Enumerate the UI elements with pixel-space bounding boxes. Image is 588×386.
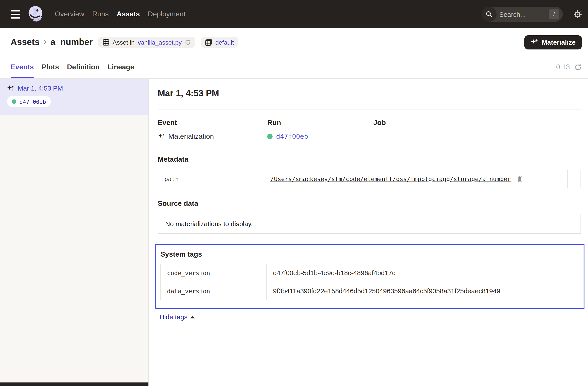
system-tags-heading: System tags: [160, 250, 579, 258]
hide-tags-link[interactable]: Hide tags: [155, 313, 195, 321]
metadata-heading: Metadata: [158, 155, 581, 163]
event-detail-panel: Mar 1, 4:53 PM Event Materialization: [149, 79, 588, 386]
sidebar-bottom-bar: [0, 383, 148, 386]
tab-definition[interactable]: Definition: [67, 56, 100, 78]
asset-file-link[interactable]: vanilla_asset.py: [138, 39, 182, 46]
metadata-action-cell: [567, 170, 581, 188]
divider: [158, 110, 581, 110]
asset-badge-prefix: Asset in: [113, 39, 135, 46]
primary-nav: Overview Runs Assets Deployment: [55, 10, 186, 18]
sidebar-event-item[interactable]: Mar 1, 4:53 PM d47f00eb: [0, 79, 148, 115]
page-header: Assets › a_number Asset in vanilla_asset…: [0, 28, 588, 56]
materialize-button[interactable]: Materialize: [525, 35, 582, 49]
run-id-link[interactable]: d47f00eb: [276, 132, 308, 141]
nav-item-overview[interactable]: Overview: [55, 10, 84, 18]
tag-value: 9f3b411a390fd22e158d446d5d12504963596aa6…: [267, 282, 579, 300]
refresh-status: 0:13: [556, 56, 582, 78]
grid-table-icon: [103, 39, 109, 46]
metadata-path-link[interactable]: /Users/smackesey/stm/code/elementl/oss/t…: [270, 175, 511, 183]
breadcrumb-assets-link[interactable]: Assets: [11, 37, 40, 47]
metadata-section: Metadata path /Users/smackesey/stm/code/…: [158, 155, 581, 188]
metadata-key: path: [158, 170, 264, 188]
run-id-label: d47f00eb: [20, 98, 46, 105]
table-row: data_version 9f3b411a390fd22e158d446d5d1…: [161, 282, 579, 300]
asset-group-icon: [205, 39, 212, 46]
breadcrumb: Assets › a_number: [11, 37, 93, 47]
hide-tags-label: Hide tags: [160, 313, 188, 321]
search-shortcut-key: /: [549, 9, 559, 20]
system-tags-table: code_version d47f00eb-5d1b-4e9e-b18c-489…: [160, 264, 579, 300]
source-data-empty-message: No materializations to display.: [158, 214, 581, 234]
metadata-table: path /Users/smackesey/stm/code/elementl/…: [158, 170, 581, 188]
gear-icon[interactable]: [573, 10, 582, 18]
materialize-button-label: Materialize: [542, 39, 576, 46]
search-box[interactable]: /: [482, 7, 563, 22]
event-detail-title: Mar 1, 4:53 PM: [158, 88, 581, 99]
tag-value: d47f00eb-5d1b-4e9e-b18c-4896af4bd17c: [267, 264, 579, 282]
event-timestamp: Mar 1, 4:53 PM: [18, 84, 63, 92]
tabs-bar: Events Plots Definition Lineage 0:13: [0, 56, 588, 79]
run-status-dot: [12, 99, 16, 104]
job-value: —: [373, 132, 380, 141]
job-column-label: Job: [373, 119, 386, 127]
run-status-dot: [267, 134, 273, 139]
caret-up-icon: [191, 316, 195, 318]
refresh-icon[interactable]: [574, 63, 582, 71]
table-row: path /Users/smackesey/stm/code/elementl/…: [158, 170, 581, 188]
sparkles-icon: [531, 39, 538, 46]
tag-key: code_version: [161, 264, 267, 282]
source-data-section: Source data No materializations to displ…: [158, 200, 581, 234]
nav-item-runs[interactable]: Runs: [92, 10, 109, 18]
tab-events[interactable]: Events: [11, 56, 34, 78]
hamburger-menu-icon[interactable]: [11, 10, 20, 18]
source-data-heading: Source data: [158, 200, 581, 208]
refresh-countdown: 0:13: [556, 63, 570, 71]
materialization-sparkles-icon: [158, 133, 165, 140]
nav-item-assets[interactable]: Assets: [117, 10, 140, 18]
event-summary-columns: Event Materialization Run d47f0: [158, 119, 581, 141]
table-row: code_version d47f00eb-5d1b-4e9e-b18c-489…: [161, 264, 579, 282]
system-tags-section: System tags code_version d47f00eb-5d1b-4…: [155, 244, 585, 309]
nav-right: /: [482, 7, 582, 22]
group-badge-label: default: [215, 39, 234, 46]
materialization-sparkles-icon: [7, 84, 14, 92]
reload-definition-icon[interactable]: [185, 39, 191, 45]
nav-item-deployment[interactable]: Deployment: [148, 10, 186, 18]
tab-plots[interactable]: Plots: [42, 56, 59, 78]
event-type-label: Materialization: [168, 132, 214, 141]
asset-group-badge[interactable]: default: [201, 37, 238, 48]
app-window: Overview Runs Assets Deployment /: [0, 0, 588, 386]
event-column-label: Event: [158, 119, 267, 127]
run-id-chip[interactable]: d47f00eb: [7, 96, 51, 107]
tag-key: data_version: [161, 282, 267, 300]
breadcrumb-chevron-icon: ›: [43, 37, 46, 47]
tab-lineage[interactable]: Lineage: [107, 56, 134, 78]
top-nav: Overview Runs Assets Deployment /: [0, 0, 588, 28]
events-sidebar: Mar 1, 4:53 PM d47f00eb: [0, 79, 149, 386]
asset-definition-badge: Asset in vanilla_asset.py: [98, 37, 195, 48]
page-title: a_number: [51, 37, 93, 47]
dagster-logo-icon[interactable]: [27, 5, 45, 23]
copy-icon[interactable]: [517, 176, 523, 183]
search-icon: [482, 7, 497, 22]
run-column-label: Run: [267, 119, 373, 127]
page-body: Mar 1, 4:53 PM d47f00eb Mar 1, 4:53 PM E…: [0, 79, 588, 386]
search-input[interactable]: [497, 10, 549, 18]
